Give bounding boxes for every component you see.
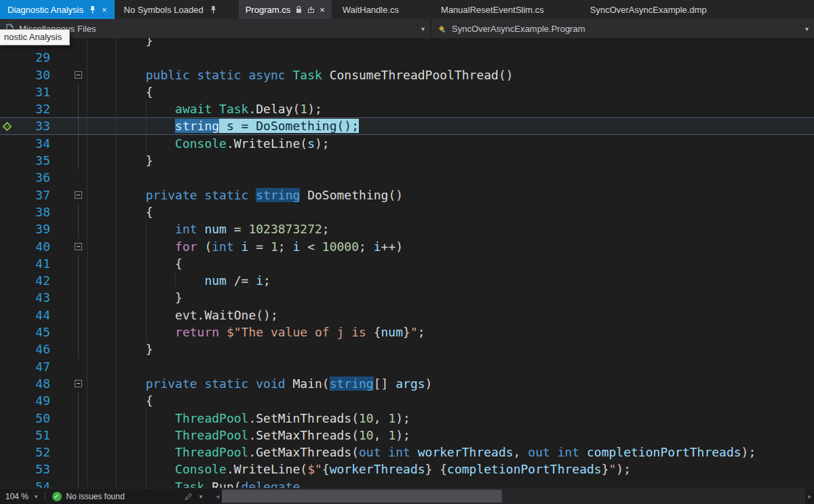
code-line-31[interactable]: 31 { bbox=[0, 83, 814, 100]
line-number[interactable]: 54 bbox=[20, 478, 50, 488]
code-line-54[interactable]: 54 Task.Run(delegate bbox=[0, 478, 814, 488]
line-number[interactable]: 36 bbox=[20, 169, 50, 186]
chevron-down-icon[interactable]: ▾ bbox=[199, 493, 203, 500]
tab-program-cs[interactable]: Program.cs × bbox=[239, 0, 332, 19]
code-line-44[interactable]: 44 evt.WaitOne(); bbox=[0, 307, 814, 324]
glyph-margin[interactable] bbox=[0, 392, 20, 409]
line-number[interactable]: 37 bbox=[20, 187, 50, 203]
fold-collapse-button[interactable] bbox=[75, 71, 82, 79]
code-line-29[interactable]: 29 bbox=[0, 49, 814, 66]
code-line-30[interactable]: 30 public static async Task ConsumeThrea… bbox=[0, 66, 814, 83]
close-icon[interactable]: × bbox=[102, 5, 107, 14]
tab-waithandle-cs[interactable]: WaitHandle.cs bbox=[338, 0, 403, 19]
fold-collapse-button[interactable] bbox=[75, 380, 82, 387]
line-number[interactable]: 34 bbox=[20, 135, 50, 152]
fold-collapse-button[interactable] bbox=[75, 191, 82, 199]
code-line-53[interactable]: 53 Console.WriteLine($"{workerThreads} {… bbox=[0, 461, 814, 478]
code-line-38[interactable]: 38 { bbox=[0, 203, 814, 220]
code-line-48[interactable]: 48 private static void Main(string[] arg… bbox=[0, 375, 814, 392]
fold-collapse-button[interactable] bbox=[75, 243, 82, 250]
line-number[interactable]: 44 bbox=[20, 307, 50, 324]
code-line-45[interactable]: 45 return $"The value of j is {num}"; bbox=[0, 324, 814, 341]
code-line-39[interactable]: 39 int num = 1023873272; bbox=[0, 220, 814, 237]
horizontal-scrollbar[interactable]: ◂ ▸ bbox=[213, 488, 814, 504]
glyph-margin[interactable] bbox=[0, 187, 20, 203]
pin-icon[interactable] bbox=[210, 5, 217, 14]
tab-no-symbols-loaded[interactable]: No Symbols Loaded bbox=[120, 0, 221, 19]
glyph-margin[interactable] bbox=[0, 203, 20, 220]
code-line-41[interactable]: 41 { bbox=[0, 255, 814, 272]
line-number[interactable]: 42 bbox=[20, 272, 50, 289]
document-health-indicator[interactable]: ✓ No issues found bbox=[52, 492, 125, 501]
line-number[interactable]: 47 bbox=[20, 358, 50, 375]
code-line-47[interactable]: 47 bbox=[0, 358, 814, 375]
glyph-margin[interactable] bbox=[0, 272, 20, 289]
line-number[interactable]: 45 bbox=[20, 324, 50, 341]
code-line-52[interactable]: 52 ThreadPool.GetMaxThreads(out int work… bbox=[0, 444, 814, 461]
code-line-32[interactable]: 32 await Task.Delay(1); bbox=[0, 100, 814, 117]
line-number[interactable]: 49 bbox=[20, 392, 50, 409]
code-line-35[interactable]: 35 } bbox=[0, 152, 814, 169]
glyph-margin[interactable] bbox=[0, 152, 20, 169]
code-line-34[interactable]: 34 Console.WriteLine(s); bbox=[0, 135, 814, 152]
code-line-43[interactable]: 43 } bbox=[0, 289, 814, 306]
glyph-margin[interactable] bbox=[0, 100, 20, 117]
code-line-46[interactable]: 46 } bbox=[0, 341, 814, 357]
line-number[interactable]: 32 bbox=[20, 100, 50, 117]
pencil-icon[interactable] bbox=[185, 492, 193, 501]
code-line-50[interactable]: 50 ThreadPool.SetMinThreads(10, 1); bbox=[0, 410, 814, 427]
tab-manualreseteventslim-cs[interactable]: ManualResetEventSlim.cs bbox=[437, 0, 548, 19]
line-number[interactable]: 31 bbox=[20, 83, 50, 100]
glyph-margin[interactable] bbox=[0, 83, 20, 100]
line-number[interactable]: 50 bbox=[20, 410, 50, 427]
tab-syncoverasyncexample-dmp[interactable]: SyncOverAsyncExample.dmp bbox=[586, 0, 711, 19]
line-number[interactable]: 48 bbox=[20, 375, 50, 392]
line-number[interactable]: 33 bbox=[20, 117, 50, 134]
glyph-margin[interactable] bbox=[0, 238, 20, 255]
glyph-margin[interactable] bbox=[0, 341, 20, 357]
line-number[interactable]: 29 bbox=[20, 49, 50, 66]
keep-open-icon[interactable] bbox=[307, 6, 315, 14]
glyph-margin[interactable] bbox=[0, 444, 20, 461]
scrollbar-thumb[interactable] bbox=[222, 490, 502, 503]
scroll-left-icon[interactable]: ◂ bbox=[213, 492, 222, 500]
glyph-margin[interactable] bbox=[0, 478, 20, 488]
chevron-down-icon[interactable]: ▾ bbox=[421, 25, 425, 33]
line-number[interactable]: 43 bbox=[20, 289, 50, 306]
tab-diagnostic-analysis[interactable]: Diagnostic Analysis × bbox=[0, 0, 115, 19]
glyph-margin[interactable] bbox=[0, 410, 20, 427]
code-editor[interactable]: 28 }2930 public static async Task Consum… bbox=[0, 38, 814, 488]
glyph-margin[interactable] bbox=[0, 289, 20, 306]
code-line-49[interactable]: 49 { bbox=[0, 392, 814, 409]
glyph-margin[interactable] bbox=[0, 49, 20, 66]
line-number[interactable]: 46 bbox=[20, 341, 50, 357]
code-line-51[interactable]: 51 ThreadPool.SetMaxThreads(10, 1); bbox=[0, 427, 814, 444]
glyph-margin[interactable] bbox=[0, 375, 20, 392]
pin-icon[interactable] bbox=[89, 5, 96, 14]
glyph-margin[interactable] bbox=[0, 427, 20, 444]
glyph-margin[interactable] bbox=[0, 324, 20, 341]
code-line-36[interactable]: 36 bbox=[0, 169, 814, 186]
glyph-margin[interactable] bbox=[0, 169, 20, 186]
line-number[interactable]: 39 bbox=[20, 220, 50, 237]
line-number[interactable]: 41 bbox=[20, 255, 50, 272]
line-number[interactable]: 53 bbox=[20, 461, 50, 478]
glyph-margin[interactable] bbox=[0, 358, 20, 375]
glyph-margin[interactable] bbox=[0, 255, 20, 272]
scrollbar-track[interactable] bbox=[222, 488, 805, 504]
type-dropdown[interactable]: SyncOverAsyncExample.Program ▾ bbox=[431, 19, 814, 38]
line-number[interactable]: 51 bbox=[20, 427, 50, 444]
zoom-level-dropdown[interactable]: 104 % ▾ bbox=[0, 488, 45, 504]
code-line-40[interactable]: 40 for (int i = 1; i < 10000; i++) bbox=[0, 238, 814, 255]
line-number[interactable]: 40 bbox=[20, 238, 50, 255]
glyph-margin[interactable] bbox=[0, 66, 20, 83]
line-number[interactable]: 38 bbox=[20, 203, 50, 220]
glyph-margin[interactable] bbox=[0, 117, 20, 134]
line-number[interactable]: 52 bbox=[20, 444, 50, 461]
code-line-42[interactable]: 42 num /= i; bbox=[0, 272, 814, 289]
close-icon[interactable]: × bbox=[319, 5, 325, 14]
chevron-down-icon[interactable]: ▾ bbox=[805, 25, 809, 33]
glyph-margin[interactable] bbox=[0, 307, 20, 324]
scroll-right-icon[interactable]: ▸ bbox=[805, 492, 814, 500]
code-line-33[interactable]: 33 string s = DoSomething(); bbox=[0, 117, 814, 134]
